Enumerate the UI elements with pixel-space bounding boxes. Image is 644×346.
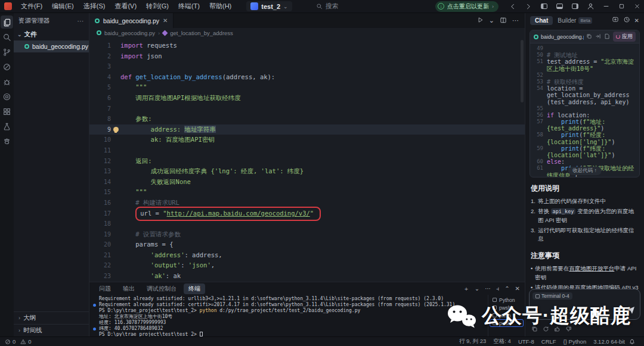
panel-tab-调试控制台[interactable]: 调试控制台 (142, 283, 181, 294)
window-minimize-button[interactable] (599, 1, 613, 13)
menu-item[interactable]: 转到(G) (142, 1, 173, 12)
debug-icon[interactable] (1, 75, 13, 88)
tab-builder[interactable]: Builder (558, 17, 576, 24)
app-logo-icon[interactable] (4, 2, 12, 10)
status-item[interactable]: {} Python (564, 338, 587, 345)
new-file-icon[interactable] (604, 33, 610, 40)
code-line[interactable]: 1import requests (89, 40, 525, 51)
source-control-icon[interactable] (1, 45, 13, 58)
panel-tab-输出[interactable]: 输出 (118, 283, 140, 294)
panel-maximize-icon[interactable]: ⌃ (504, 285, 509, 292)
window-maximize-button[interactable] (614, 1, 628, 13)
files-section-header[interactable]: ⌄ 文件 (14, 29, 89, 40)
terminal-session-python[interactable]: Python (490, 296, 524, 304)
menu-item[interactable]: 帮助(H) (205, 1, 236, 12)
collapse-code-button[interactable]: 收起代码 ↑ (568, 167, 602, 175)
status-item[interactable]: 空格: 4 (493, 338, 511, 345)
errors-status[interactable]: 0 (5, 338, 16, 345)
close-icon[interactable]: ✕ (634, 17, 639, 24)
status-item[interactable]: 3.12.0 64-bit (593, 338, 625, 345)
code-line[interactable]: 6 调用百度地图API根据地址获取经纬度 (89, 93, 525, 104)
breadcrumb[interactable]: baidu_geocoding.py › get_location_by_add… (89, 28, 525, 38)
panel-tab-问题[interactable]: 问题 (94, 283, 116, 294)
remote-icon[interactable] (1, 60, 13, 73)
panel-more-icon[interactable]: ⋯ (485, 285, 491, 292)
regenerate-icon[interactable] (543, 326, 549, 333)
warnings-status[interactable]: 0 (20, 338, 31, 345)
window-close-button[interactable] (630, 1, 644, 13)
status-item[interactable]: 行 9, 列 23 (459, 338, 486, 345)
run-dropdown-icon[interactable]: ⌄ (489, 17, 494, 24)
global-search[interactable]: 搜索 (316, 2, 339, 11)
history-icon[interactable] (623, 16, 630, 24)
terminal-session-pwsh[interactable]: pwsh (490, 319, 524, 327)
split-editor-icon[interactable] (500, 17, 507, 25)
code-line[interactable]: 21 'address': address, (89, 250, 525, 261)
thumbs-up-icon[interactable] (554, 326, 561, 333)
code-line[interactable]: 2import json (89, 51, 525, 62)
status-item[interactable]: UTF-8 (518, 338, 534, 345)
outline-section[interactable]: › 大纲 (14, 311, 89, 324)
panel-plus-icon[interactable]: ＋ (463, 285, 469, 293)
menu-item[interactable]: 编辑(E) (48, 1, 78, 12)
assistant-icon[interactable] (1, 135, 13, 148)
insert-icon[interactable] (595, 33, 601, 40)
extensions-icon[interactable] (1, 105, 13, 118)
test-icon[interactable] (1, 120, 13, 133)
code-line[interactable]: 12 返回: (89, 156, 525, 167)
copy-icon[interactable] (531, 326, 538, 333)
copy-icon[interactable] (586, 33, 592, 40)
code-line[interactable]: 9 address: 地址字符串 (89, 124, 525, 135)
chat-input[interactable]: Terminal 0-4 (529, 289, 640, 320)
thumbs-down-icon[interactable] (565, 326, 572, 333)
code-line[interactable]: 15 """ (89, 187, 525, 198)
menu-item[interactable]: 文件(F) (17, 1, 47, 12)
more-icon[interactable]: ⋯ (78, 17, 85, 24)
code-line[interactable]: 4def get_location_by_address(address, ak… (89, 72, 525, 83)
code-line[interactable]: 17 url = "http://api.map.baidu.com/geoco… (89, 208, 525, 219)
new-chat-icon[interactable] (612, 16, 619, 24)
account-icon[interactable] (583, 1, 597, 13)
tab-baidu-geocoding[interactable]: baidu_geocoding.py ✕ (89, 13, 174, 28)
chat-code-block[interactable]: 4950# 测试地址51test_address = "北京市海淀区上地十街10… (530, 43, 639, 177)
code-line[interactable]: 3 (89, 61, 525, 72)
editor-more-icon[interactable]: ⋯ (512, 17, 519, 24)
apply-button[interactable]: 应用 (613, 32, 636, 42)
explorer-icon[interactable] (1, 15, 13, 29)
run-button[interactable] (477, 17, 484, 24)
code-line[interactable]: 10 ak: 百度地图API密钥 (89, 135, 525, 145)
project-switcher[interactable]: test_2 ⌄ (246, 1, 292, 11)
toggle-sidebar-button[interactable] (537, 1, 551, 13)
code-line[interactable]: 5 """ (89, 82, 525, 93)
code-line[interactable]: 20 params = { (89, 239, 525, 250)
notifications-bell-icon[interactable] (625, 338, 639, 346)
terminal-session-pwsh[interactable]: pwsh (490, 311, 524, 319)
terminal-output[interactable]: Requirement already satisfied: urllib3<3… (89, 295, 488, 336)
editor-scrollbar[interactable] (521, 40, 524, 102)
menu-item[interactable]: 查看(V) (110, 1, 141, 12)
panel-tab-终端[interactable]: 终端 (184, 283, 205, 294)
update-badge[interactable]: ↓ 点击重启以更新 › (435, 1, 499, 12)
search-icon[interactable] (1, 30, 13, 43)
send-icon[interactable] (626, 305, 636, 316)
lightbulb-icon[interactable] (113, 127, 119, 132)
code-editor[interactable]: 1import requests2import json34def get_lo… (89, 38, 525, 282)
code-line[interactable]: 13 成功返回经纬度字典 {'lng': 经度, 'lat': 纬度} (89, 166, 525, 177)
panel-close-icon[interactable]: ✕ (515, 285, 520, 292)
terminal-session-pwsh[interactable]: pwsh (490, 304, 524, 311)
inline-link[interactable]: 百度地图开放平台 (569, 265, 614, 272)
code-line[interactable]: 11 (89, 145, 525, 156)
code-line[interactable]: 19 # 设置请求参数 (89, 229, 525, 240)
status-item[interactable]: CRLF (541, 338, 556, 345)
toggle-right-sidebar-button[interactable] (568, 1, 582, 13)
panel-dropdown-icon[interactable]: ⌄ (475, 285, 479, 292)
toggle-panel-button[interactable] (552, 1, 566, 13)
nav-back-button[interactable] (506, 1, 520, 13)
file-item-baidu-geocoding[interactable]: baidu_geocoding.py (14, 40, 89, 52)
tab-chat[interactable]: Chat (530, 16, 553, 25)
code-line[interactable]: 8 参数: (89, 114, 525, 124)
tab-close-icon[interactable]: ✕ (163, 17, 168, 24)
code-line[interactable]: 22 'output': 'json', (89, 260, 525, 271)
integrations-icon[interactable] (1, 90, 13, 103)
code-line[interactable]: 14 失败返回None (89, 177, 525, 188)
